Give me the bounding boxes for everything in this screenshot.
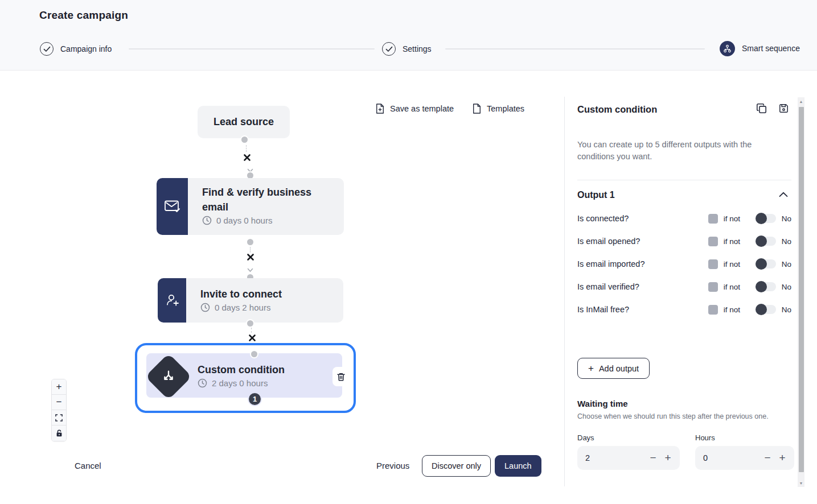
condition-toggle[interactable]: [756, 213, 776, 224]
discover-only-button[interactable]: Discover only: [422, 455, 491, 477]
plus-icon: +: [588, 363, 594, 374]
stepper-connector: [129, 48, 375, 49]
copy-icon: [756, 103, 767, 114]
scroll-up-arrow[interactable]: ▲: [798, 97, 804, 105]
minus-icon: −: [56, 396, 62, 408]
node-title: Invite to connect: [200, 287, 282, 301]
if-not-checkbox[interactable]: [708, 282, 718, 292]
panel-divider: [564, 97, 565, 486]
hours-input[interactable]: [695, 453, 746, 462]
node-delay: 2 days 0 hours: [198, 378, 268, 388]
condition-row: Is email verified? if not No: [577, 281, 791, 292]
toggle-state-label: No: [782, 305, 791, 314]
condition-toggle[interactable]: [756, 259, 776, 269]
clock-icon: [198, 378, 207, 388]
if-not-checkbox[interactable]: [708, 305, 718, 315]
previous-button[interactable]: Previous: [376, 461, 409, 470]
email-check-icon: [157, 178, 188, 235]
connector-dot: [241, 137, 248, 143]
condition-label: Is connected?: [577, 214, 629, 223]
connector-dash: [250, 247, 251, 253]
canvas-zoom-controls: + −: [51, 379, 67, 441]
save-step-button[interactable]: [779, 104, 789, 113]
trash-icon: [336, 372, 346, 382]
condition-row: Is connected? if not No: [577, 213, 791, 224]
condition-row: Is email opened? if not No: [577, 236, 791, 247]
node-title: Find & verify business email: [202, 185, 334, 214]
add-output-button[interactable]: + Add output: [577, 358, 650, 379]
if-not-checkbox[interactable]: [708, 237, 718, 246]
if-not-checkbox[interactable]: [708, 214, 718, 224]
node-title: Custom condition: [198, 362, 285, 377]
scroll-down-arrow[interactable]: ▼: [798, 479, 804, 487]
node-find-verify-email[interactable]: Find & verify business email 0 days 0 ho…: [157, 178, 344, 235]
toggle-state-label: No: [782, 260, 791, 268]
if-not-label: if not: [724, 214, 745, 223]
condition-label: Is InMail free?: [577, 305, 629, 314]
delay-text: 0 days 2 hours: [215, 303, 270, 312]
remove-connection-icon[interactable]: [247, 253, 254, 263]
node-lead-source[interactable]: Lead source: [198, 106, 290, 138]
days-decrement-button[interactable]: −: [646, 452, 660, 464]
delete-node-button[interactable]: [332, 367, 350, 386]
fit-view-icon: [55, 414, 63, 422]
connector-dot: [247, 320, 253, 327]
delay-text: 0 days 0 hours: [216, 216, 272, 225]
remove-connection-icon[interactable]: [243, 154, 251, 164]
lock-button[interactable]: [52, 425, 66, 441]
waiting-time-title: Waiting time: [577, 399, 628, 408]
check-circle-icon: [382, 42, 396, 56]
create-campaign-screen: Create campaign Campaign info Settings S…: [0, 0, 817, 504]
templates-button[interactable]: Templates: [473, 104, 524, 114]
add-output-label: Add output: [599, 364, 639, 373]
fit-view-button[interactable]: [52, 410, 66, 425]
panel-scrollbar[interactable]: ▲ ▼: [798, 97, 804, 487]
node-delay: 0 days 2 hours: [200, 303, 270, 312]
node-body: Invite to connect 0 days 2 hours: [186, 278, 343, 323]
stepper-step-smart-sequence[interactable]: Smart sequence: [720, 41, 800, 56]
person-add-icon: [158, 278, 186, 323]
connector-arrow-icon: [247, 265, 253, 275]
hours-stepper: − +: [695, 446, 794, 470]
delay-text: 2 days 0 hours: [212, 378, 268, 388]
clock-icon: [200, 303, 210, 312]
clock-icon: [202, 216, 212, 225]
save-as-template-label: Save as template: [390, 104, 454, 113]
condition-toggle[interactable]: [756, 304, 776, 315]
stepper-step-campaign-info[interactable]: Campaign info: [40, 42, 112, 56]
node-delay: 0 days 0 hours: [202, 216, 272, 225]
panel-title: Custom condition: [577, 104, 657, 115]
condition-label: Is email imported?: [577, 259, 644, 268]
if-not-checkbox[interactable]: [708, 259, 718, 269]
toggle-state-label: No: [782, 237, 791, 246]
condition-row: Is InMail free? if not No: [577, 304, 791, 315]
scrollbar-thumb[interactable]: [799, 107, 804, 472]
if-not-label: if not: [724, 283, 745, 291]
output-section-title: Output 1: [577, 190, 615, 200]
waiting-time-subtitle: Choose when we should run this step afte…: [577, 412, 769, 420]
save-as-template-button[interactable]: Save as template: [376, 104, 454, 114]
cancel-button[interactable]: Cancel: [75, 461, 101, 470]
duplicate-step-button[interactable]: [756, 103, 767, 114]
hours-decrement-button[interactable]: −: [760, 452, 775, 464]
output-count-badge: 1: [249, 393, 261, 405]
condition-toggle[interactable]: [756, 236, 776, 246]
connector-dash: [251, 328, 252, 333]
plus-icon: +: [56, 381, 62, 393]
days-input[interactable]: [577, 453, 629, 462]
zoom-in-button[interactable]: +: [52, 379, 66, 395]
condition-row: Is email imported? if not No: [577, 258, 791, 270]
hours-increment-button[interactable]: +: [775, 452, 790, 464]
file-plus-icon: [376, 104, 384, 114]
stepper-step-settings[interactable]: Settings: [382, 42, 432, 56]
collapse-output-button[interactable]: [779, 192, 788, 197]
toggle-state-label: No: [782, 214, 791, 223]
if-not-label: if not: [724, 305, 745, 314]
days-stepper: − +: [577, 446, 680, 470]
launch-button[interactable]: Launch: [495, 455, 541, 477]
zoom-out-button[interactable]: −: [52, 395, 66, 410]
lock-icon: [56, 429, 63, 437]
condition-toggle[interactable]: [756, 282, 776, 292]
node-invite-to-connect[interactable]: Invite to connect 0 days 2 hours: [158, 278, 343, 323]
days-increment-button[interactable]: +: [660, 452, 675, 464]
